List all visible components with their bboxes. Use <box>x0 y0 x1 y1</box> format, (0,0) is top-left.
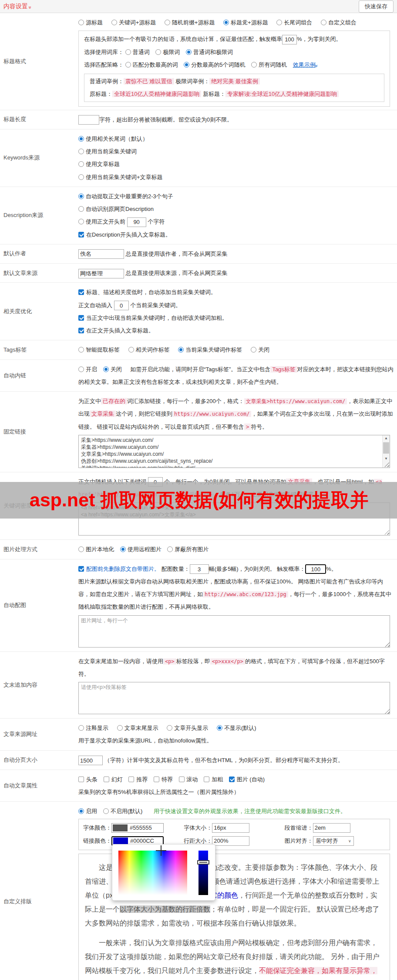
default-source-input[interactable] <box>78 269 124 278</box>
radio-both-words[interactable]: 普通词和极限词 <box>186 49 233 55</box>
checkbox-icon <box>78 777 84 782</box>
row-default-source: 默认文章来源 总是直接使用该来源，而不会从网页采集 <box>0 263 397 282</box>
default-author-input[interactable] <box>78 249 124 259</box>
picker-crosshair-icon[interactable] <box>156 845 166 856</box>
checkbox-icon <box>204 777 209 782</box>
textarea-line: 关键词>https://www.ucaiyun.com/caiji/public… <box>81 465 380 468</box>
radio-body-prefix[interactable]: 使用正文开头前 个字符 <box>78 215 387 228</box>
radio-no-display[interactable]: 不显示(默认) <box>217 725 256 731</box>
page-title[interactable]: 内容设置 » <box>3 3 31 10</box>
radio-normal-words[interactable]: 普通词 <box>125 49 150 55</box>
image-url-textarea[interactable] <box>78 615 390 648</box>
radio-smart-tags[interactable]: 智能提取标签 <box>78 346 120 353</box>
radio-autolink-on[interactable]: 开启 <box>78 366 97 373</box>
auto-image-help: 图片来源默认根据文章内容自动从网络获取相关图片，配图成功率高，但不保证100%。… <box>78 575 394 614</box>
radio-source-title[interactable]: 源标题 <box>78 19 103 26</box>
quick-save-button[interactable]: 快速保存 <box>359 0 394 13</box>
scroll-up-icon[interactable]: ▲ <box>383 435 390 442</box>
radio-all-random[interactable]: 所有词随机 <box>251 61 287 68</box>
checkbox-image-auto[interactable]: 图片 (自动) <box>229 776 265 783</box>
font-size-input[interactable] <box>212 823 249 833</box>
scrollbar[interactable]: ▲ ▼ <box>382 435 390 468</box>
radio-article-title[interactable]: 使用文章标题 <box>78 158 387 170</box>
radio-localize-images[interactable]: 图片本地化 <box>78 546 114 553</box>
hue-slider-handle[interactable] <box>197 860 209 865</box>
radio-icon <box>78 347 84 353</box>
image-align-label: 图片对齐： <box>285 837 313 845</box>
checkbox-slideshow[interactable]: 幻灯 <box>104 776 123 783</box>
indent-input[interactable] <box>313 823 350 833</box>
checkbox-add-keyword[interactable]: 标题、描述相关度低时，自动添加当前采集关键词。 <box>78 286 394 298</box>
title-probability-input[interactable] <box>282 35 297 44</box>
radio-current-keyword[interactable]: 使用当前采集关键词 <box>78 145 387 158</box>
radio-extreme-words[interactable]: 极限词 <box>155 49 180 55</box>
image-align-select[interactable]: 居中对齐 ∨ <box>313 836 354 846</box>
radio-icon <box>117 725 123 731</box>
radio-keyword-source-title[interactable]: 关键词+源标题 <box>111 19 156 26</box>
textarea-line: 文章采集>https://www.ucaiyun.com/ <box>81 451 380 458</box>
radio-custom-combo[interactable]: 自定义组合 <box>321 19 357 26</box>
saturation-square[interactable] <box>118 851 187 895</box>
textarea-line: 采集器>https://www.ucaiyun.com/ <box>81 444 380 451</box>
preview-selected-text: 以字体大小为基数的行距倍数 <box>120 905 210 913</box>
source-url-note: 用于显示文章的采集来源URL，自动加nofollow属性。 <box>78 734 394 747</box>
font-color-input[interactable]: #555555 <box>111 823 164 833</box>
image-probability-input[interactable] <box>305 564 326 574</box>
radio-end-display[interactable]: 文章末尾显示 <box>117 725 158 731</box>
radio-typeset-enable[interactable]: 启用 <box>78 808 97 814</box>
checkbox-headline[interactable]: 头条 <box>78 776 98 783</box>
radio-tags-off[interactable]: 关闭 <box>251 346 269 353</box>
checkbox-delete-original[interactable]: 配图前先删除原文自带图片。 <box>78 566 160 572</box>
fixed-links-textarea[interactable]: 采集>https://www.ucaiyun.com/ 采集器>https://… <box>78 435 390 468</box>
radio-longtail-combo[interactable]: 长尾词组合 <box>276 19 312 26</box>
insert-keyword-count-input[interactable] <box>114 301 129 310</box>
radio-related-tags[interactable]: 相关词作标签 <box>128 346 170 353</box>
radio-icon <box>78 546 84 552</box>
radio-top5-random[interactable]: 分数最高的5个词随机 <box>184 61 245 68</box>
radio-page-description[interactable]: 自动识别原网页Description <box>78 203 387 215</box>
hue-slider[interactable] <box>198 851 208 895</box>
title-length-input[interactable] <box>78 115 99 125</box>
page-size-input[interactable] <box>78 756 103 765</box>
scroll-down-icon[interactable]: ▼ <box>383 456 390 462</box>
scroll-thumb[interactable] <box>383 442 389 454</box>
demo-link[interactable]: 效果示例» <box>293 61 317 68</box>
radio-autolink-off[interactable]: 关闭 <box>103 366 122 373</box>
radio-start-display[interactable]: 文章开头显示 <box>167 725 208 731</box>
checkbox-recommend[interactable]: 推荐 <box>128 776 148 783</box>
title-format-panel: 在标题头部添加一个有吸引力的短语，系统自动计算，保证最佳匹配，触发概率%，为零则… <box>78 31 390 106</box>
checkbox-special[interactable]: 特荐 <box>154 776 173 783</box>
checkbox-bold[interactable]: 加粗 <box>204 776 223 783</box>
radio-block-images[interactable]: 屏蔽所有图片 <box>167 546 209 553</box>
line-height-input[interactable] <box>212 836 249 846</box>
row-label: 自动配图 <box>0 560 78 651</box>
checkbox-icon-checked <box>78 566 84 572</box>
description-chars-input[interactable] <box>127 217 146 227</box>
radio-comment-display[interactable]: 注释显示 <box>78 725 108 731</box>
select-arrow-icon: ∨ <box>348 839 351 843</box>
radio-clickbait-source-title[interactable]: 标题党+源标题 <box>223 19 268 26</box>
radio-typeset-disable[interactable]: 不启用(默认) <box>103 808 143 814</box>
append-content-textarea[interactable] <box>78 682 390 714</box>
checkbox-insert-title[interactable]: 在Description开头插入文章标题。 <box>78 228 394 241</box>
radio-related-longtail[interactable]: 使用相关长尾词（默认） <box>78 132 387 145</box>
row-source-url: 文章来源网址 注释显示 文章末尾显示 文章开头显示 不显示(默认) 用于显示文章… <box>0 718 397 750</box>
checkbox-insert-title-body[interactable]: 在正文开头插入文章标题。 <box>78 324 394 337</box>
checkbox-icon-checked <box>78 315 84 321</box>
trigger-probability-line: 在标题头部添加一个有吸引力的短语，系统自动计算，保证最佳匹配，触发概率%，为零则… <box>84 33 384 45</box>
fixed-links-help: 为正文中已存在的词汇添加链接，每行一个，最多200个，格式：文章采集>https… <box>78 395 394 433</box>
image-count-input[interactable] <box>190 564 209 574</box>
radio-remote-images[interactable]: 使用远程图片 <box>120 546 161 553</box>
radio-auto-extract[interactable]: 自动提取正文中最重要的2-3个句子 <box>78 190 387 203</box>
color-picker-popup <box>112 844 215 901</box>
radio-icon-selected <box>78 136 84 142</box>
watermark-banner: asp.net 抓取网页数据(如何有效的提取并 <box>0 482 397 519</box>
radio-prefix-source-title[interactable]: 随机前缀+源标题 <box>165 19 215 26</box>
checkbox-bold-keyword[interactable]: 当正文中出现当前采集关键词时，自动把该关键词加粗。 <box>78 312 394 324</box>
radio-keyword-plus-title[interactable]: 使用当前采集关键词+文章标题 <box>78 171 387 183</box>
row-typesetting: 自定义排版 启用 不启用(默认) 用于快速设置文章的外观显示效果，注意使用此功能… <box>0 801 397 980</box>
radio-keyword-tags[interactable]: 当前采集关键词作标签 <box>178 346 242 353</box>
radio-highest-score[interactable]: 匹配分数最高的词 <box>125 61 178 68</box>
checkbox-scroll[interactable]: 滚动 <box>179 776 198 783</box>
p-xxx-code: <p>xxx</p> <box>210 658 245 665</box>
